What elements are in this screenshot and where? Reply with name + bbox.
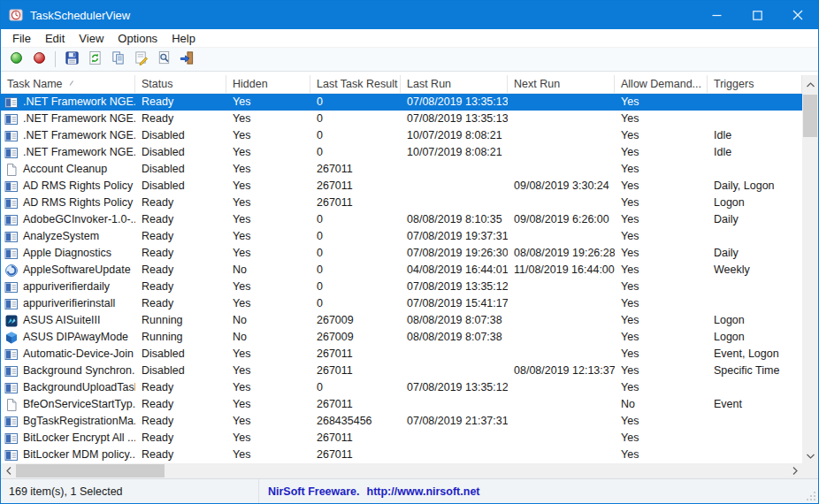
horizontal-scrollbar[interactable] (1, 463, 802, 478)
menu-edit[interactable]: Edit (38, 30, 72, 47)
table-row[interactable]: Account CleanupDisabledYes267011Yes (1, 161, 802, 178)
cell-status: Ready (135, 413, 226, 430)
minimize-button[interactable] (696, 1, 737, 29)
swirl-task-icon (4, 263, 19, 278)
menu-view[interactable]: View (72, 30, 111, 47)
scroll-left-icon[interactable] (1, 463, 16, 478)
vertical-scrollbar[interactable] (802, 94, 818, 463)
cell-status: Disabled (135, 363, 226, 379)
table-row[interactable]: BitLocker Encrypt All ...ReadyYes267011Y… (1, 430, 802, 447)
copy-button[interactable] (106, 49, 129, 70)
task-name-text: ASUS DIPAwayMode (23, 329, 128, 346)
cell-next_run (508, 127, 615, 144)
table-row[interactable]: Background Synchron...DisabledYes2670110… (1, 363, 802, 379)
table-row[interactable]: Automatic-Device-JoinDisabledYes267011Ye… (1, 346, 802, 363)
column-label: Task Name (7, 75, 63, 93)
scroll-down-icon[interactable] (802, 448, 818, 463)
table-row[interactable]: ASUS AISuiteIIIRunningNo26700908/08/2019… (1, 312, 802, 329)
table-row[interactable]: BackgroundUploadTaskReadyYes007/08/2019 … (1, 379, 802, 396)
table-row[interactable]: .NET Framework NGE...DisabledYes010/07/2… (1, 144, 802, 161)
cell-last_result: 267011 (310, 396, 401, 413)
table-header: Task NameStatusHiddenLast Task ResultLas… (1, 75, 818, 94)
refresh-button[interactable] (83, 49, 106, 70)
table-row[interactable]: AD RMS Rights Policy ...ReadyYes267011Ye… (1, 195, 802, 211)
cell-hidden: Yes (226, 430, 310, 447)
table-row[interactable]: appuriverifierdailyReadyYes007/08/2019 1… (1, 279, 802, 295)
cell-last_run: 10/07/2019 8:08:21 (401, 144, 508, 161)
run-task-button[interactable] (4, 49, 27, 70)
column-header-allow_demand[interactable]: Allow Demand... (615, 75, 708, 93)
column-header-next_run[interactable]: Next Run (508, 75, 615, 93)
properties-button[interactable] (129, 49, 152, 70)
scroll-up-icon[interactable] (802, 75, 818, 94)
find-button[interactable] (152, 49, 175, 70)
cell-name: AnalyzeSystem (1, 228, 135, 245)
cell-last_result: 267011 (310, 346, 401, 363)
table-row[interactable]: AppleSoftwareUpdateReadyNo004/08/2019 16… (1, 262, 802, 279)
cell-name: AppleSoftwareUpdate (1, 262, 135, 279)
cell-allow_demand: Yes (615, 228, 708, 245)
cell-last_run: 07/08/2019 13:35:13 (401, 94, 508, 111)
column-header-name[interactable]: Task Name (1, 75, 135, 93)
cell-next_run (508, 430, 615, 447)
column-header-triggers[interactable]: Triggers (708, 75, 802, 93)
cell-name: BitLocker MDM policy... (1, 447, 135, 463)
table-row[interactable]: AD RMS Rights Policy ...DisabledYes26701… (1, 178, 802, 195)
task-task-icon (4, 280, 19, 294)
column-header-hidden[interactable]: Hidden (226, 75, 310, 93)
cell-name: ASUS DIPAwayMode (1, 329, 135, 346)
table-row[interactable]: BitLocker MDM policy...ReadyYes267011Yes (1, 447, 802, 463)
table-row[interactable]: .NET Framework NGE...ReadyYes007/08/2019… (1, 94, 802, 111)
stop-task-button[interactable] (27, 49, 50, 70)
cell-status: Ready (135, 396, 226, 413)
cell-status: Ready (135, 195, 226, 211)
nirsoft-url-link[interactable]: http://www.nirsoft.net (367, 485, 480, 498)
cell-last_result: 0 (310, 228, 401, 245)
table-row[interactable]: .NET Framework NGE...ReadyYes007/08/2019… (1, 111, 802, 127)
menu-file[interactable]: File (5, 30, 38, 47)
table-row[interactable]: BfeOnServiceStartTyp...ReadyYes267011NoE… (1, 396, 802, 413)
cell-last_result: 0 (310, 379, 401, 396)
table-row[interactable]: Apple DiagnosticsReadyYes007/08/2019 19:… (1, 245, 802, 262)
save-button[interactable] (60, 49, 83, 70)
column-label: Hidden (233, 75, 268, 93)
cell-allow_demand: Yes (615, 279, 708, 295)
scroll-right-icon[interactable] (787, 463, 802, 478)
cell-status: Running (135, 329, 226, 346)
cell-triggers: Idle (708, 144, 802, 161)
resize-grip-icon[interactable] (806, 491, 816, 501)
menu-help[interactable]: Help (165, 30, 203, 47)
table-row[interactable]: AdobeGCInvoker-1.0-...ReadyYes008/08/201… (1, 211, 802, 228)
cell-hidden: Yes (226, 211, 310, 228)
table-row[interactable]: BgTaskRegistrationMa...ReadyYes268435456… (1, 413, 802, 430)
table-row[interactable]: AnalyzeSystemReadyYes007/08/2019 19:37:3… (1, 228, 802, 245)
column-header-status[interactable]: Status (135, 75, 226, 93)
cell-last_run (401, 430, 508, 447)
task-task-icon (4, 415, 19, 429)
column-header-last_run[interactable]: Last Run (401, 75, 508, 93)
cell-triggers (708, 111, 802, 127)
cell-status: Ready (135, 279, 226, 295)
table-row[interactable]: .NET Framework NGE...DisabledYes010/07/2… (1, 127, 802, 144)
horizontal-scroll-thumb[interactable] (16, 464, 165, 477)
red-ball-icon (32, 50, 47, 69)
cell-triggers: Idle (708, 127, 802, 144)
task-name-text: appuriverifierdaily (23, 279, 110, 295)
cell-name: BackgroundUploadTask (1, 379, 135, 396)
close-button[interactable] (777, 1, 818, 29)
toolbar-separator (55, 51, 56, 67)
task-task-icon (4, 179, 19, 194)
cell-allow_demand: Yes (615, 262, 708, 279)
cell-last_result: 0 (310, 279, 401, 295)
cell-triggers: Logon (708, 195, 802, 211)
cell-last_result: 268435456 (310, 413, 401, 430)
table-row[interactable]: ASUS DIPAwayModeRunningNo26700908/08/201… (1, 329, 802, 346)
table-row[interactable]: appuriverifierinstallReadyYes007/08/2019… (1, 295, 802, 312)
cell-next_run (508, 346, 615, 363)
advanced-options-button[interactable] (175, 49, 198, 70)
maximize-button[interactable] (737, 1, 777, 29)
column-header-last_result[interactable]: Last Task Result (310, 75, 401, 93)
vertical-scroll-thumb[interactable] (803, 95, 817, 137)
menu-options[interactable]: Options (111, 30, 165, 47)
status-count: 169 item(s), 1 Selected (1, 479, 259, 503)
